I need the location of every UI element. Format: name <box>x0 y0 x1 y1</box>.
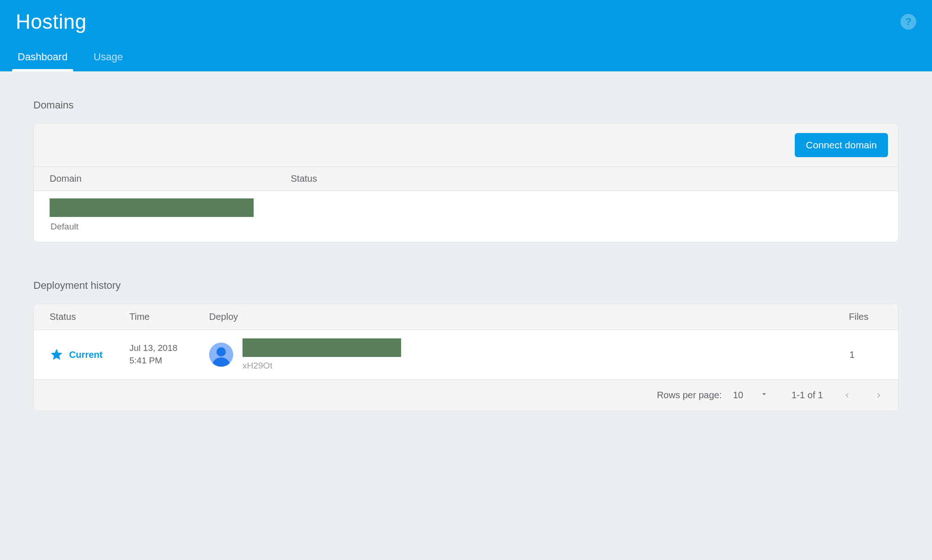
help-button[interactable]: ? <box>900 14 916 30</box>
column-header-domain: Domain <box>50 173 291 184</box>
deploy-row[interactable]: Current Jul 13, 2018 5:41 PM xH29Ot 1 <box>34 330 898 380</box>
chevron-left-icon <box>843 391 852 400</box>
connect-domain-button[interactable]: Connect domain <box>795 133 888 157</box>
pager <box>843 391 883 400</box>
tab-label: Usage <box>94 51 123 63</box>
domain-name-redacted <box>50 198 254 217</box>
domains-toolbar: Connect domain <box>34 124 898 167</box>
domains-card: Connect domain Domain Status Default <box>33 123 899 242</box>
deployer-name-redacted <box>243 338 401 357</box>
deploy-id: xH29Ot <box>243 361 401 371</box>
chevron-down-icon <box>760 390 768 401</box>
column-header-status: Status <box>50 312 129 322</box>
tab-dashboard[interactable]: Dashboard <box>16 46 70 71</box>
table-footer: Rows per page: 10 1-1 of 1 <box>34 380 898 411</box>
deploy-cell: xH29Ot <box>209 338 804 371</box>
deploy-time: 5:41 PM <box>129 355 209 367</box>
domains-table-header: Domain Status <box>34 167 898 191</box>
rows-per-page-label: Rows per page: <box>657 390 722 401</box>
deploy-status-label: Current <box>69 350 102 360</box>
chevron-right-icon <box>874 391 883 400</box>
question-icon: ? <box>905 16 911 28</box>
column-header-status: Status <box>291 173 882 184</box>
column-header-files: Files <box>804 312 882 322</box>
next-page-button[interactable] <box>874 391 883 400</box>
column-header-deploy: Deploy <box>209 312 804 322</box>
star-icon <box>50 348 64 362</box>
content-area: Domains Connect domain Domain Status Def… <box>0 71 932 448</box>
page-title: Hosting <box>16 10 87 33</box>
tab-label: Dashboard <box>18 51 68 63</box>
deploy-status-cell: Current <box>50 348 129 362</box>
prev-page-button[interactable] <box>843 391 852 400</box>
domain-row[interactable]: Default <box>34 191 898 242</box>
tabs: Dashboard Usage <box>16 46 916 71</box>
deploy-time-cell: Jul 13, 2018 5:41 PM <box>129 342 209 367</box>
tab-usage[interactable]: Usage <box>92 46 125 71</box>
pagination-range: 1-1 of 1 <box>789 390 826 401</box>
deploy-history-card: Status Time Deploy Files Current Jul 13,… <box>33 304 899 411</box>
avatar-icon <box>209 343 233 367</box>
rows-per-page-value: 10 <box>733 390 743 401</box>
rows-per-page: Rows per page: 10 <box>657 388 772 402</box>
domains-section-title: Domains <box>33 99 899 111</box>
column-header-time: Time <box>129 312 209 322</box>
deploy-table-header: Status Time Deploy Files <box>34 304 898 330</box>
deploy-files-cell: 1 <box>804 350 882 360</box>
deploy-date: Jul 13, 2018 <box>129 342 209 355</box>
deploy-section-title: Deployment history <box>33 280 899 292</box>
domain-sublabel: Default <box>50 222 78 232</box>
rows-per-page-select[interactable]: 10 <box>729 388 772 402</box>
page-header: Hosting ? Dashboard Usage <box>0 0 932 71</box>
